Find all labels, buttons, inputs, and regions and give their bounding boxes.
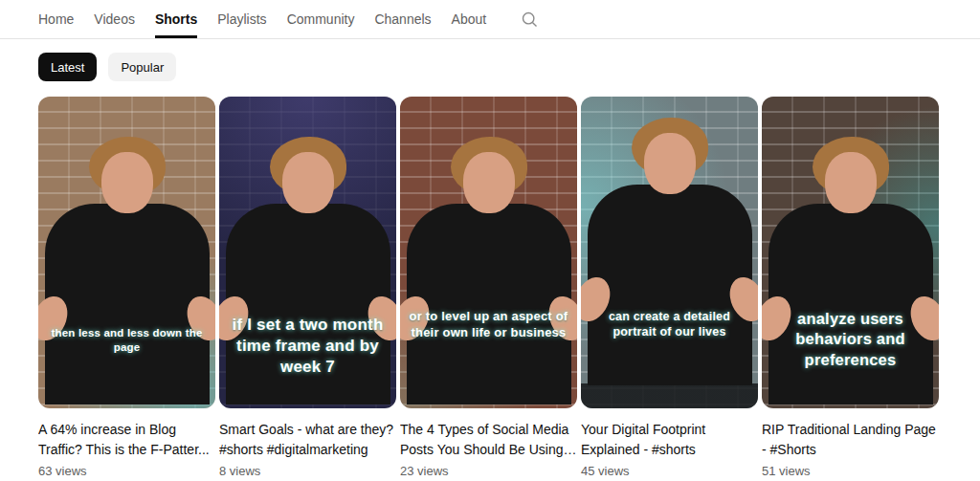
tab-community[interactable]: Community	[287, 0, 355, 38]
short-thumbnail-3[interactable]: or to level up an aspect of their own li…	[400, 97, 577, 408]
search-icon[interactable]	[520, 0, 540, 38]
short-card-3: or to level up an aspect of their own li…	[400, 97, 577, 478]
short-views: 45 views	[581, 464, 758, 478]
short-card-1: then less and less down the page A 64% i…	[38, 97, 215, 478]
subtitle-overlay: then less and less down the page	[45, 326, 209, 355]
presenter-face	[463, 152, 515, 213]
presenter-face	[101, 152, 153, 213]
presenter-face	[282, 152, 334, 213]
presenter-figure	[581, 118, 758, 385]
short-card-2: if I set a two month time frame and by w…	[219, 97, 396, 478]
short-thumbnail-5[interactable]: analyze users behaviors and preferences	[762, 97, 939, 408]
subtitle-overlay: can create a detailed portrait of our li…	[588, 309, 751, 340]
subtitle-overlay: analyze users behaviors and preferences	[768, 309, 932, 370]
presenter-shirt	[768, 204, 933, 404]
presenter-shirt	[588, 185, 752, 385]
short-thumbnail-2[interactable]: if I set a two month time frame and by w…	[219, 97, 396, 408]
presenter-face	[825, 152, 877, 213]
shorts-grid: then less and less down the page A 64% i…	[38, 97, 942, 478]
short-title[interactable]: Your Digital Footprint Explained - #shor…	[581, 420, 758, 460]
filter-chip-latest[interactable]: Latest	[38, 53, 97, 81]
short-thumbnail-4[interactable]: can create a detailed portrait of our li…	[581, 97, 758, 408]
short-views: 23 views	[400, 464, 577, 478]
presenter-face	[644, 133, 696, 194]
short-card-4: can create a detailed portrait of our li…	[581, 97, 758, 478]
short-title[interactable]: The 4 Types of Social Media Posts You Sh…	[400, 420, 577, 460]
short-title[interactable]: Smart Goals - what are they? #shorts #di…	[219, 420, 396, 460]
tab-shorts[interactable]: Shorts	[155, 0, 197, 38]
filter-chip-popular[interactable]: Popular	[108, 53, 176, 81]
short-views: 51 views	[762, 464, 939, 478]
subtitle-overlay: or to level up an aspect of their own li…	[407, 309, 570, 341]
channel-tab-bar: Home Videos Shorts Playlists Community C…	[0, 0, 980, 39]
tab-about[interactable]: About	[452, 0, 487, 38]
tab-channels[interactable]: Channels	[374, 0, 431, 38]
shorts-tab-content: Latest Popular then less and less down t…	[0, 53, 980, 478]
short-views: 63 views	[38, 464, 215, 478]
tab-playlists[interactable]: Playlists	[217, 0, 266, 38]
presenter-shirt	[407, 204, 571, 404]
presenter-figure	[400, 137, 577, 404]
short-views: 8 views	[219, 464, 396, 478]
tab-home[interactable]: Home	[38, 0, 74, 38]
subtitle-overlay: if I set a two month time frame and by w…	[226, 315, 390, 378]
short-title[interactable]: A 64% increase in Blog Traffic? This is …	[38, 420, 215, 460]
short-title[interactable]: RIP Traditional Landing Page - #Shorts	[762, 420, 939, 460]
short-thumbnail-1[interactable]: then less and less down the page	[38, 97, 215, 408]
presenter-shirt	[45, 204, 210, 404]
tab-videos[interactable]: Videos	[94, 0, 135, 38]
presenter-figure	[38, 137, 215, 404]
filter-chip-bar: Latest Popular	[38, 53, 980, 81]
short-card-5: analyze users behaviors and preferences …	[762, 97, 939, 478]
